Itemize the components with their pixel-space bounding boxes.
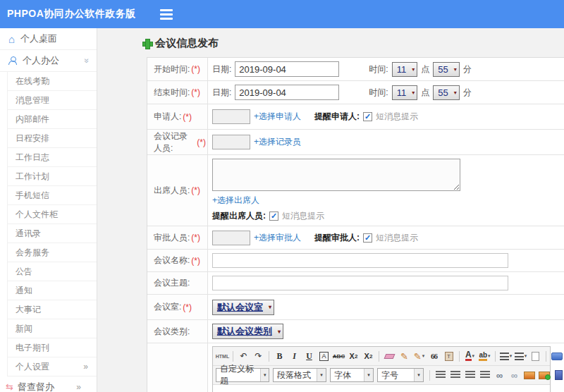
- chevron-down-icon: »: [82, 59, 92, 63]
- align-right-icon[interactable]: [463, 368, 477, 382]
- italic-button[interactable]: I: [288, 349, 301, 363]
- insert-image-icon[interactable]: [522, 368, 536, 382]
- sidebar-item-news[interactable]: 新闻: [8, 319, 97, 338]
- sidebar-item-work-log[interactable]: 工作日志: [8, 148, 97, 167]
- sms-hint-label: 短消息提示: [376, 232, 418, 244]
- end-hour-select[interactable]: 11▾: [392, 85, 418, 100]
- eraser-icon[interactable]: [383, 349, 396, 363]
- meeting-name-input[interactable]: [212, 253, 508, 268]
- sidebar-item-sms[interactable]: 手机短信: [8, 186, 97, 205]
- subscript-button[interactable]: X2: [362, 349, 375, 363]
- choose-applicant-link[interactable]: +选择申请人: [254, 111, 301, 123]
- pen-dropdown-icon[interactable]: ✎▾: [412, 349, 426, 363]
- sidebar-item-memorabilia[interactable]: 大事记: [8, 300, 97, 319]
- format-painter-icon[interactable]: ✎: [398, 349, 411, 363]
- rich-text-editor: HTML ↶ ↷ B I U A ABC X2 X2: [212, 346, 551, 392]
- dropdown-arrow-icon: ▾: [276, 329, 283, 335]
- redo-icon[interactable]: ↷: [252, 349, 265, 363]
- start-time-label: 开始时间:: [154, 63, 190, 75]
- applicant-input[interactable]: [212, 109, 250, 124]
- start-hour-select[interactable]: 11▾: [392, 62, 418, 77]
- recorder-input[interactable]: [212, 135, 250, 149]
- sidebar-item-announcement[interactable]: 公告: [8, 262, 97, 281]
- unordered-list-button[interactable]: ▾: [514, 349, 527, 363]
- justify-icon[interactable]: [478, 368, 491, 382]
- sidebar-item-supervision[interactable]: ⇆ 督查督办 »: [0, 376, 97, 392]
- dropdown-arrow-icon: ▾: [364, 369, 373, 381]
- fullscreen-icon[interactable]: [550, 349, 563, 363]
- sidebar-item-work-plan[interactable]: 工作计划: [8, 167, 97, 186]
- paste-template-icon[interactable]: T: [442, 349, 455, 363]
- ordered-list-button[interactable]: ▾: [499, 349, 513, 363]
- upload-image-icon[interactable]: [537, 368, 551, 382]
- date-label: 日期:: [212, 87, 231, 99]
- sms-hint-label: 短消息提示: [376, 111, 418, 123]
- align-center-icon[interactable]: [448, 368, 462, 382]
- align-left-icon[interactable]: [434, 368, 447, 382]
- dropdown-arrow-icon: ▾: [410, 90, 417, 96]
- sidebar-item-desktop[interactable]: ⌂ 个人桌面: [0, 28, 97, 50]
- sidebar-submenu: 在线考勤 消息管理 内部邮件 日程安排 工作日志 工作计划 手机短信 个人文件柜…: [7, 72, 97, 376]
- choose-approver-link[interactable]: +选择审批人: [254, 232, 301, 244]
- sidebar-item-internal-mail[interactable]: 内部邮件: [8, 110, 97, 129]
- approver-sms-checkbox[interactable]: ✓: [363, 233, 372, 243]
- new-document-icon[interactable]: [529, 349, 542, 363]
- start-date-input[interactable]: [235, 61, 339, 77]
- recorder-label: 会议记录人员:: [154, 130, 195, 154]
- meeting-topic-input[interactable]: [212, 276, 508, 290]
- meeting-category-select[interactable]: 默认会议类别▾: [212, 324, 283, 339]
- sidebar-item-e-journal[interactable]: 电子期刊: [8, 338, 97, 357]
- insert-media-icon[interactable]: [552, 368, 564, 382]
- sidebar-item-schedule[interactable]: 日程安排: [8, 129, 97, 148]
- attendees-textarea[interactable]: [212, 159, 460, 191]
- bold-button[interactable]: B: [273, 349, 286, 363]
- dropdown-arrow-icon: ▾: [260, 369, 269, 381]
- font-frame-button[interactable]: A: [319, 352, 329, 361]
- highlight-color-button[interactable]: ab▾: [478, 349, 491, 363]
- end-minute-select[interactable]: 55▾: [433, 85, 459, 100]
- meeting-name-label: 会议名称:: [154, 255, 190, 267]
- remove-link-icon[interactable]: ∞: [508, 368, 521, 382]
- font-color-button[interactable]: A▾: [463, 349, 477, 363]
- dropdown-arrow-icon: ▾: [414, 369, 423, 381]
- minute-unit: 分: [463, 87, 472, 99]
- sidebar-item-file-cabinet[interactable]: 个人文件柜: [8, 205, 97, 224]
- blockquote-button[interactable]: 66: [427, 349, 441, 363]
- minute-unit: 分: [463, 63, 472, 75]
- meeting-room-select[interactable]: 默认会议室▾: [212, 300, 274, 315]
- strikethrough-button[interactable]: ABC: [332, 349, 345, 363]
- paragraph-select[interactable]: 段落格式▾: [273, 368, 326, 382]
- sidebar-item-personal-settings[interactable]: 个人设置 »: [8, 357, 97, 376]
- html-source-button[interactable]: HTML: [216, 349, 229, 363]
- sidebar-item-messages[interactable]: 消息管理: [8, 91, 97, 110]
- superscript-button[interactable]: X2: [347, 349, 360, 363]
- sidebar-item-notice[interactable]: 通知: [8, 281, 97, 300]
- row-recorder: 会议记录人员:(*) +选择记录员: [147, 130, 564, 155]
- sidebar-item-attendance[interactable]: 在线考勤: [8, 72, 97, 91]
- start-minute-select[interactable]: 55▾: [433, 62, 459, 77]
- choose-recorder-link[interactable]: +选择记录员: [254, 136, 301, 148]
- undo-icon[interactable]: ↶: [237, 349, 250, 363]
- meeting-room-label: 会议室:: [154, 301, 181, 313]
- chevron-right-icon: »: [83, 362, 88, 372]
- sidebar-item-contacts[interactable]: 通讯录: [8, 224, 97, 243]
- menu-toggle-button[interactable]: [160, 9, 173, 20]
- end-date-input[interactable]: [235, 85, 339, 100]
- font-family-select[interactable]: 字体▾: [330, 368, 374, 382]
- sidebar-item-meeting-service[interactable]: 会务服务: [8, 243, 97, 262]
- underline-button[interactable]: U: [302, 349, 316, 363]
- choose-attendees-link[interactable]: +选择出席人: [212, 195, 259, 207]
- dropdown-arrow-icon: ▾: [317, 369, 326, 381]
- remind-applicant-label: 提醒申请人:: [314, 111, 360, 123]
- approver-input[interactable]: [212, 231, 250, 245]
- sidebar-item-office[interactable]: 个人办公 »: [0, 50, 97, 72]
- chevron-right-icon: »: [76, 382, 81, 392]
- editor-content-area[interactable]: [213, 385, 550, 392]
- heading-select[interactable]: 自定义标题▾: [216, 368, 269, 382]
- applicant-sms-checkbox[interactable]: ✓: [363, 112, 372, 121]
- insert-link-icon[interactable]: ∞: [493, 368, 506, 382]
- font-size-select[interactable]: 字号▾: [377, 368, 424, 382]
- hour-unit: 点: [421, 87, 429, 99]
- attendees-sms-checkbox[interactable]: ✓: [269, 212, 278, 221]
- main-content: 会议信息发布 开始时间:(*) 日期: 时间: 11▾ 点 55▾ 分: [97, 28, 564, 392]
